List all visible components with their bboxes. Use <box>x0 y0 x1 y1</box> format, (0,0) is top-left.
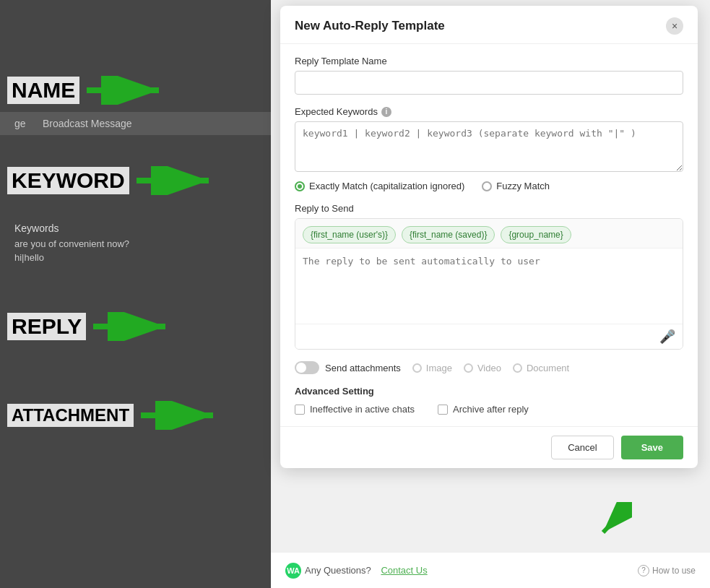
advanced-title: Advanced Setting <box>295 386 683 397</box>
keywords-message: are you of convenient now? <box>14 238 256 249</box>
keyword-annotation: KEYWORD <box>7 166 223 195</box>
how-to-icon: ? <box>638 565 649 576</box>
attachments-row: Send attachments Image Video Document <box>295 361 683 374</box>
template-name-group: Reply Template Name <box>295 56 683 95</box>
keywords-section-label: Keywords <box>14 222 256 234</box>
broadcast-page-text: ge <box>14 118 26 129</box>
svg-line-9 <box>603 506 628 532</box>
document-option[interactable]: Document <box>513 363 569 373</box>
video-option[interactable]: Video <box>464 363 501 373</box>
keywords-section: Keywords are you of convenient now? hi|h… <box>0 217 271 269</box>
save-button[interactable]: Save <box>621 436 683 459</box>
toggle-knob <box>296 363 306 373</box>
attachments-toggle[interactable] <box>295 361 319 374</box>
template-name-label: Reply Template Name <box>295 56 683 66</box>
exact-match-radio[interactable] <box>295 181 305 191</box>
archive-option[interactable]: Archive after reply <box>438 404 529 415</box>
tag-first-name-users[interactable]: {first_name (user's)} <box>303 226 396 243</box>
keywords-textarea[interactable] <box>295 121 683 172</box>
save-arrow-svg <box>589 502 632 545</box>
reply-to-send-label: Reply to Send <box>295 203 683 214</box>
toggle-container: Send attachments <box>295 361 401 374</box>
keyword-label: KEYWORD <box>7 167 129 194</box>
reply-section: {first_name (user's)} {first_name (saved… <box>295 218 683 350</box>
modal-header: New Auto-Reply Template × <box>280 6 698 44</box>
advanced-section: Advanced Setting Ineffective in active c… <box>295 386 683 415</box>
reply-arrow <box>93 312 180 341</box>
attachment-label: ATTACHMENT <box>7 404 134 427</box>
ineffective-option[interactable]: Ineffective in active chats <box>295 404 415 415</box>
document-radio[interactable] <box>513 363 522 373</box>
reply-group: Reply to Send {first_name (user's)} {fir… <box>295 203 683 350</box>
fuzzy-match-radio[interactable] <box>482 181 492 191</box>
name-annotation: NAME <box>7 76 173 105</box>
checkbox-row: Ineffective in active chats Archive afte… <box>295 404 683 415</box>
exact-match-option[interactable]: Exactly Match (capitalization ignored) <box>295 181 464 191</box>
modal-dialog: New Auto-Reply Template × Reply Template… <box>280 6 698 468</box>
wa-logo: WA Any Questions? Contact Us <box>285 563 428 579</box>
template-name-input[interactable] <box>295 71 683 95</box>
keyword-arrow <box>137 166 223 195</box>
reply-annotation: REPLY <box>7 312 180 341</box>
ineffective-checkbox[interactable] <box>295 405 305 415</box>
match-options: Exactly Match (capitalization ignored) F… <box>295 181 683 191</box>
modal-footer: Cancel Save <box>280 426 698 468</box>
broadcast-bar: ge Broadcast Message <box>0 112 271 135</box>
image-option[interactable]: Image <box>412 363 452 373</box>
keywords-group: Expected Keywords i Exactly Match (capit… <box>295 106 683 191</box>
modal-body: Reply Template Name Expected Keywords i … <box>280 44 698 426</box>
modal-title: New Auto-Reply Template <box>295 19 445 33</box>
tag-first-name-saved[interactable]: {first_name (saved)} <box>402 226 495 243</box>
reply-tags: {first_name (user's)} {first_name (saved… <box>295 219 683 248</box>
broadcast-message-text: Broadcast Message <box>43 118 132 129</box>
image-radio[interactable] <box>412 363 422 373</box>
name-label: NAME <box>7 77 79 104</box>
reply-label: REPLY <box>7 313 86 340</box>
attachment-arrow <box>141 401 228 430</box>
bottom-bar: WA Any Questions? Contact Us ? How to us… <box>271 552 710 588</box>
keywords-kw: hi|hello <box>14 252 256 263</box>
mic-icon[interactable]: 🎤 <box>659 329 675 345</box>
tag-group-name[interactable]: {group_name} <box>501 226 571 243</box>
contact-us-link[interactable]: Contact Us <box>381 565 427 576</box>
attachments-label: Send attachments <box>325 363 401 373</box>
save-arrow-indicator <box>589 502 632 548</box>
cancel-button[interactable]: Cancel <box>551 436 613 459</box>
name-arrow <box>87 76 173 105</box>
wa-circle: WA <box>285 563 301 579</box>
attachment-annotation: ATTACHMENT <box>7 401 228 430</box>
how-to-use[interactable]: ? How to use <box>638 565 696 576</box>
reply-textarea[interactable] <box>295 248 683 321</box>
archive-checkbox[interactable] <box>438 405 448 415</box>
reply-bottom: 🎤 <box>295 324 683 349</box>
keywords-label: Expected Keywords i <box>295 106 683 117</box>
fuzzy-match-option[interactable]: Fuzzy Match <box>482 181 550 191</box>
close-button[interactable]: × <box>666 17 683 35</box>
info-icon: i <box>381 107 391 117</box>
video-radio[interactable] <box>464 363 473 373</box>
